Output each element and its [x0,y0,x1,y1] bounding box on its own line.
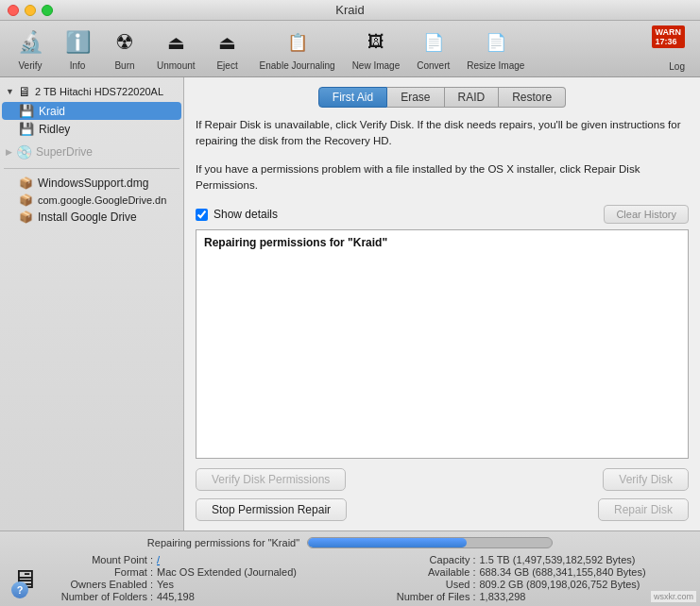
tab-bar: First Aid Erase RAID Restore [196,87,689,108]
capacity-key: Capacity : [382,554,476,565]
info-label: Info [70,60,86,71]
tab-first-aid[interactable]: First Aid [318,87,387,108]
hitachi-label: 2 TB Hitachi HDS722020AL [35,86,163,97]
show-details-checkbox[interactable] [196,209,208,221]
toolbar-eject[interactable]: ⏏ Eject [205,24,250,75]
kraid-disk-icon: 💾 [19,104,34,118]
show-details-row: Show details Clear History [196,205,689,224]
sidebar-item-googledrive[interactable]: 📦 com.google.GoogleDrive.dn [0,192,183,209]
eject-icon: ⏏ [213,27,243,58]
mount-point-value[interactable]: / [157,554,160,565]
verify-label: Verify [18,60,42,71]
bottom-bar: Repairing permissions for "Kraid" Mount … [0,530,700,606]
resize-image-icon: 📄 [481,27,511,58]
available-row: Available : 688.34 GB (688,341,155,840 B… [382,566,690,578]
stop-permission-repair-button[interactable]: Stop Permission Repair [196,498,347,521]
maximize-button[interactable] [42,5,53,16]
progress-label: Repairing permissions for "Kraid" [147,537,299,548]
convert-label: Convert [417,60,450,71]
kraid-label: Kraid [39,105,65,118]
sidebar: ▼ 🖥 2 TB Hitachi HDS722020AL 💾 Kraid 💾 R… [0,77,184,530]
tab-restore[interactable]: Restore [499,87,566,108]
owners-row: Owners Enabled : Yes [59,579,367,590]
info-icon: ℹ️ [62,27,93,58]
toolbar-burn[interactable]: ☢ Burn [102,24,147,75]
tab-erase[interactable]: Erase [387,87,444,108]
window-controls [8,5,53,16]
close-button[interactable] [8,5,19,16]
format-row: Format : Mac OS Extended (Journaled) [59,566,367,578]
window-title: Kraid [335,3,364,17]
sidebar-item-superdrive[interactable]: ▶ 💿 SuperDrive [0,142,183,162]
verify-disk-permissions-button[interactable]: Verify Disk Permissions [196,468,346,491]
verify-icon: 🔬 [15,27,45,58]
info-grid: Mount Point : / Format : Mac OS Extended… [11,554,689,602]
superdrive-label: SuperDrive [36,145,93,159]
minimize-button[interactable] [25,5,36,16]
used-key: Used : [382,579,476,590]
log-label: Log [669,61,685,72]
progress-bar-fill [308,538,467,547]
new-image-label: New Image [352,60,401,71]
superdrive-arrow-icon: ▶ [6,147,12,157]
owners-value: Yes [157,579,174,590]
toolbar-enable-journaling[interactable]: 📋 Enable Journaling [252,24,343,75]
tab-raid[interactable]: RAID [445,87,500,108]
arrow-icon: ▼ [6,87,14,96]
sidebar-item-windowssupport[interactable]: 📦 WindowsSupport.dmg [0,175,183,192]
convert-icon: 📄 [418,27,449,58]
toolbar-verify[interactable]: 🔬 Verify [8,24,53,75]
toolbar-resize-image[interactable]: 📄 Resize Image [459,24,532,75]
toolbar-convert[interactable]: 📄 Convert [409,24,457,75]
log-text: Repairing permissions for "Kraid" [204,236,387,249]
capacity-row: Capacity : 1.5 TB (1,497,539,182,592 Byt… [382,554,690,565]
unmount-label: Unmount [157,60,196,71]
mount-point-key: Mount Point : [59,554,153,565]
files-key: Number of Files : [382,591,476,602]
format-value: Mac OS Extended (Journaled) [157,566,297,578]
toolbar-unmount[interactable]: ⏏ Unmount [149,24,203,75]
installgdrive-icon: 📦 [19,210,33,224]
mount-point-row: Mount Point : / [59,554,367,565]
info-text-2: If you have a permissions problem with a… [196,161,689,194]
help-button[interactable]: ? [11,581,28,598]
info-col-left: Mount Point : / Format : Mac OS Extended… [59,554,367,602]
verify-disk-button[interactable]: Verify Disk [603,468,689,491]
format-key: Format : [59,566,153,578]
log-area: Repairing permissions for "Kraid" [196,229,689,459]
toolbar-info[interactable]: ℹ️ Info [55,24,100,75]
googledrive-label: com.google.GoogleDrive.dn [38,194,166,206]
main-area: ▼ 🖥 2 TB Hitachi HDS722020AL 💾 Kraid 💾 R… [0,77,700,530]
clear-history-button[interactable]: Clear History [604,205,689,224]
windowssupport-label: WindowsSupport.dmg [38,177,148,190]
unmount-icon: ⏏ [161,27,191,58]
files-value: 1,833,298 [480,591,526,602]
files-row: Number of Files : 1,833,298 [382,591,690,602]
log-badge: WARN17:36 [652,25,686,48]
ridley-disk-icon: 💾 [19,122,34,136]
repair-disk-button[interactable]: Repair Disk [598,498,689,521]
toolbar-new-image[interactable]: 🖼 New Image [345,24,408,75]
sidebar-item-installgdrive[interactable]: 📦 Install Google Drive [0,209,183,226]
available-key: Available : [382,566,476,578]
buttons-row-top: Verify Disk Permissions Verify Disk [196,468,689,491]
sidebar-divider [4,168,179,169]
new-image-icon: 🖼 [361,27,391,58]
windowssupport-icon: 📦 [19,177,33,190]
ridley-label: Ridley [39,123,70,136]
capacity-value: 1.5 TB (1,497,539,182,592 Bytes) [480,554,636,565]
owners-key: Owners Enabled : [59,579,153,590]
folders-value: 445,198 [157,591,195,602]
sidebar-item-kraid[interactable]: 💾 Kraid [2,102,181,120]
show-details-label: Show details [213,208,278,221]
sidebar-item-ridley[interactable]: 💾 Ridley [0,120,183,138]
googledrive-icon: 📦 [19,194,33,207]
installgdrive-label: Install Google Drive [38,210,137,224]
progress-row: Repairing permissions for "Kraid" [11,537,689,548]
eject-label: Eject [216,60,237,71]
hitachi-disk-icon: 🖥 [18,84,31,99]
available-value: 688.34 GB (688,341,155,840 Bytes) [480,566,646,578]
sidebar-item-hitachi[interactable]: ▼ 🖥 2 TB Hitachi HDS722020AL [0,81,183,102]
content-area: First Aid Erase RAID Restore If Repair D… [184,77,700,530]
log-item[interactable]: WARN17:36 Log [661,22,692,76]
